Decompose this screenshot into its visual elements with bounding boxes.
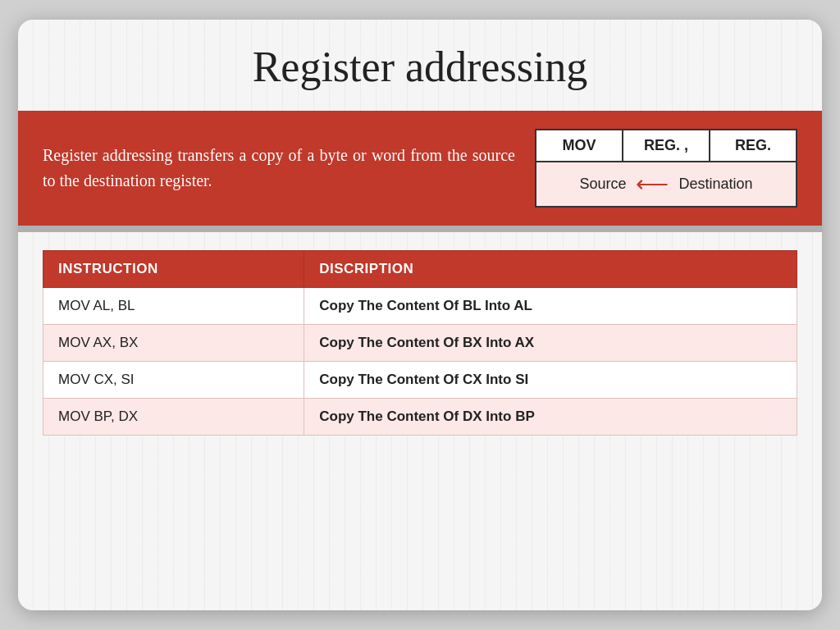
red-banner: Register addressing transfers a copy of …	[18, 111, 822, 226]
table-section: INSTRUCTION DISCRIPTION MOV AL, BLCopy T…	[18, 232, 822, 610]
slide-title: Register addressing	[51, 43, 789, 91]
table-row: MOV CX, SICopy The Content Of CX Into SI	[43, 362, 797, 399]
destination-label: Destination	[678, 176, 752, 193]
instruction-table: INSTRUCTION DISCRIPTION MOV AL, BLCopy T…	[43, 250, 797, 436]
reg2-label: REG.	[710, 130, 796, 161]
description-cell: Copy The Content Of DX Into BP	[304, 399, 797, 436]
mov-top-row: MOV REG. , REG.	[536, 130, 796, 162]
col1-header: INSTRUCTION	[43, 251, 304, 288]
table-row: MOV AL, BLCopy The Content Of BL Into AL	[43, 288, 797, 325]
instruction-cell: MOV CX, SI	[43, 362, 304, 399]
mov-bottom-row: Source ⟵ Destination	[536, 162, 796, 206]
instruction-cell: MOV AL, BL	[43, 288, 304, 325]
description-cell: Copy The Content Of BL Into AL	[304, 288, 797, 325]
description-cell: Copy The Content Of CX Into SI	[304, 362, 797, 399]
table-row: MOV BP, DXCopy The Content Of DX Into BP	[43, 399, 797, 436]
table-header-row: INSTRUCTION DISCRIPTION	[43, 251, 797, 288]
banner-text: Register addressing transfers a copy of …	[43, 143, 515, 194]
instruction-cell: MOV BP, DX	[43, 399, 304, 436]
instruction-cell: MOV AX, BX	[43, 325, 304, 362]
table-row: MOV AX, BXCopy The Content Of BX Into AX	[43, 325, 797, 362]
mov-label: MOV	[536, 130, 623, 161]
description-cell: Copy The Content Of BX Into AX	[304, 325, 797, 362]
source-label: Source	[579, 176, 626, 193]
divider	[18, 226, 822, 232]
slide: Register addressing Register addressing …	[18, 20, 822, 610]
title-section: Register addressing	[18, 20, 822, 111]
mov-diagram: MOV REG. , REG. Source ⟵ Destination	[535, 129, 797, 208]
reg1-label: REG. ,	[623, 130, 710, 161]
col2-header: DISCRIPTION	[304, 251, 797, 288]
arrow-left-icon: ⟵	[636, 171, 669, 198]
